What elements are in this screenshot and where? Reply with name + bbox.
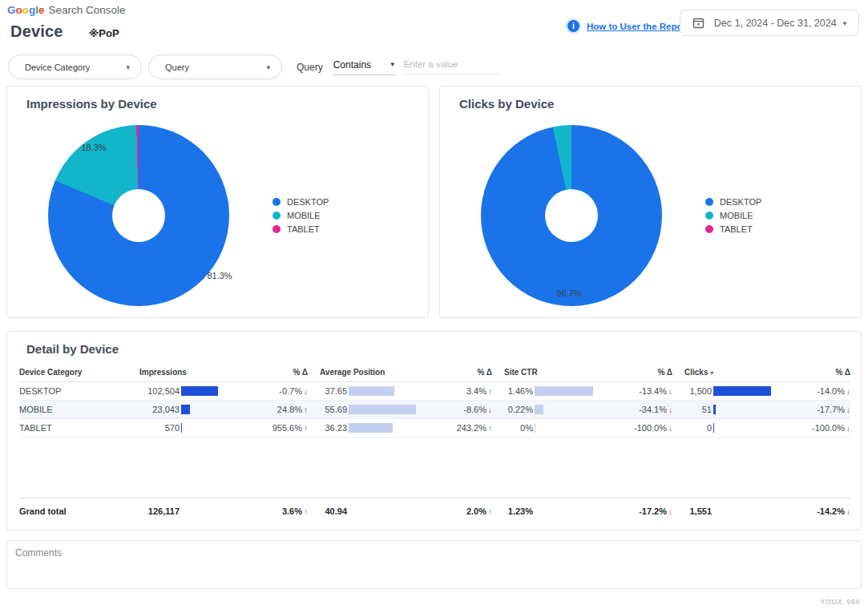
- watermark: YOUX_060: [820, 598, 860, 606]
- clicks-cell: 51: [672, 401, 793, 419]
- delta-cell: -14.0%↓: [793, 382, 850, 401]
- trend-arrow-icon: ↑: [304, 507, 308, 516]
- grand-total-delta: -17.2%↓: [620, 498, 672, 524]
- chart-title: Impressions by Device: [26, 97, 157, 111]
- clicks-bar: [713, 405, 716, 414]
- how-to-use-link[interactable]: How to User the Report: [587, 22, 689, 31]
- clicks-donut-chart[interactable]: 96.7%: [481, 125, 662, 306]
- col-header-average-position[interactable]: Average Position: [308, 365, 448, 382]
- site-ctr-bar: [535, 423, 535, 433]
- pop-note: ※PoP: [89, 27, 119, 39]
- site-ctr-cell: 0.22%: [492, 401, 620, 419]
- detail-table-panel: Detail by Device Device Category Impress…: [6, 331, 862, 530]
- col-header-delta-4[interactable]: % Δ: [793, 365, 850, 382]
- legend-item-desktop: DESKTOP: [273, 197, 329, 206]
- delta-cell: 3.4%↑: [448, 382, 492, 401]
- trend-arrow-icon: ↓: [668, 507, 672, 516]
- page-title: Device: [10, 22, 63, 41]
- trend-arrow-icon: ↓: [488, 405, 492, 414]
- chevron-down-icon: ▾: [266, 63, 270, 71]
- avg-position-cell: 36.23: [308, 419, 448, 438]
- slice-label-desktop: 81.3%: [207, 271, 232, 280]
- chevron-down-icon: ▾: [843, 19, 847, 27]
- table-row-desktop: DESKTOP 102,504 -0.7%↓ 37.65 3.4%↑ 1.46%…: [19, 382, 850, 401]
- legend-item-mobile: MOBILE: [705, 211, 761, 220]
- col-header-impressions[interactable]: Impressions: [139, 365, 252, 382]
- trend-arrow-icon: ↓: [846, 387, 850, 396]
- comments-input[interactable]: [7, 541, 861, 588]
- device-category-filter[interactable]: Device Category ▾: [8, 54, 142, 79]
- impressions-chart-panel: Impressions by Device 81.3% 18.3% DESKTO…: [6, 86, 429, 318]
- condition-field-label: Query: [297, 62, 323, 73]
- logo-letter: G: [7, 4, 16, 16]
- site-ctr-bar: [535, 405, 543, 414]
- col-header-clicks[interactable]: Clicks ▾: [672, 365, 793, 382]
- legend-label: TABLET: [287, 224, 320, 234]
- table-row-mobile: MOBILE 23,043 24.8%↑ 55.69 -8.6%↓ 0.22% …: [19, 401, 850, 419]
- delta-cell: -100.0%↓: [793, 419, 850, 438]
- legend-dot: [273, 225, 281, 233]
- chart-title: Clicks by Device: [459, 97, 554, 111]
- help-row: i How to User the Report: [567, 20, 689, 32]
- sort-caret-icon: ▾: [710, 369, 713, 377]
- chart-legend: DESKTOP MOBILE TABLET: [273, 197, 329, 233]
- clicks-cell: 0: [672, 419, 793, 438]
- trend-arrow-icon: ↑: [304, 424, 308, 433]
- avg-position-cell: 55.69: [308, 401, 448, 419]
- query-filter[interactable]: Query ▾: [148, 54, 282, 79]
- device-cell: MOBILE: [19, 401, 139, 419]
- grand-total-label: Grand total: [19, 498, 139, 524]
- site-ctr-cell: 1.46%: [492, 382, 620, 401]
- site-ctr-bar: [535, 386, 593, 396]
- legend-dot: [705, 198, 713, 206]
- grand-total-delta: 2.0%↑: [448, 498, 492, 524]
- calendar-icon: [692, 17, 704, 29]
- col-header-device-category[interactable]: Device Category: [19, 365, 139, 382]
- table-row-tablet: TABLET 570 955.6%↑ 36.23 243.2%↑ 0% -100…: [19, 419, 850, 438]
- trend-arrow-icon: ↓: [668, 405, 672, 414]
- delta-cell: 24.8%↑: [252, 401, 308, 419]
- avg-position-cell: 37.65: [308, 382, 448, 401]
- filter-label: Device Category: [25, 63, 90, 72]
- chart-legend: DESKTOP MOBILE TABLET: [705, 197, 761, 233]
- filter-label: Query: [165, 63, 189, 72]
- impressions-bar: [181, 386, 218, 396]
- trend-arrow-icon: ↑: [488, 507, 492, 516]
- delta-cell: -34.1%↓: [620, 401, 672, 419]
- col-header-site-ctr[interactable]: Site CTR: [492, 365, 620, 382]
- info-icon[interactable]: i: [567, 20, 579, 32]
- impressions-cell: 570: [139, 419, 252, 438]
- date-range-picker[interactable]: Dec 1, 2024 - Dec 31, 2024 ▾: [680, 10, 859, 36]
- legend-dot: [273, 198, 281, 206]
- gsc-logo: GoogleSearch Console: [7, 4, 126, 16]
- legend-dot: [273, 212, 281, 220]
- col-header-delta-1[interactable]: % Δ: [252, 365, 308, 382]
- condition-operator-select[interactable]: Contains ▼: [333, 59, 396, 75]
- legend-dot: [705, 212, 713, 220]
- avg-position-bar: [349, 405, 416, 414]
- product-name: Search Console: [49, 4, 126, 16]
- legend-dot: [705, 225, 713, 233]
- impressions-donut-chart[interactable]: 81.3% 18.3%: [48, 125, 229, 306]
- logo-letter: o: [22, 4, 29, 16]
- table-header-row: Device Category Impressions % Δ Average …: [19, 365, 850, 382]
- trend-arrow-icon: ↓: [304, 387, 308, 396]
- grand-total-delta: -14.2%↓: [793, 498, 850, 524]
- delta-cell: -0.7%↓: [252, 382, 308, 401]
- impressions-bar: [181, 405, 190, 414]
- impressions-cell: 102,504: [139, 382, 252, 401]
- trend-arrow-icon: ↑: [488, 424, 492, 433]
- col-header-delta-2[interactable]: % Δ: [448, 365, 492, 382]
- col-header-delta-3[interactable]: % Δ: [620, 365, 672, 382]
- grand-total-row: Grand total 126,117 3.6%↑ 40.94 2.0%↑ 1.…: [19, 498, 850, 523]
- legend-label: DESKTOP: [287, 197, 329, 207]
- grand-total-site-ctr: 1.23%: [492, 498, 620, 524]
- trend-arrow-icon: ↑: [488, 387, 492, 396]
- slice-label-desktop: 96.7%: [556, 288, 581, 298]
- avg-position-bar: [349, 386, 394, 396]
- delta-cell: -100.0%↓: [620, 419, 672, 438]
- condition-value-input[interactable]: [402, 59, 501, 75]
- legend-item-mobile: MOBILE: [273, 211, 329, 220]
- impressions-cell: 23,043: [139, 401, 252, 419]
- filter-bar: Device Category ▾ Query ▾ Query Contains…: [8, 54, 501, 79]
